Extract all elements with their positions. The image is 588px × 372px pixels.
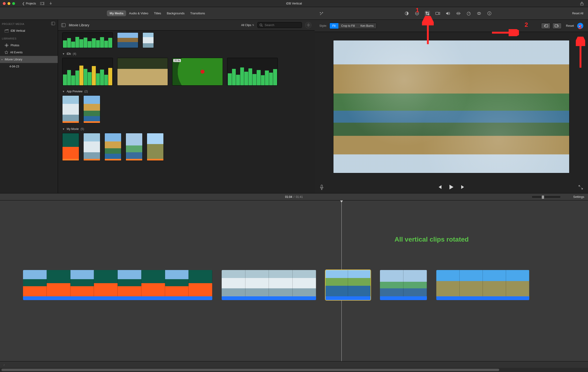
sidebar-item-project[interactable]: iDB Vertical <box>0 27 58 34</box>
sidebar-item-all-events[interactable]: All Events <box>0 49 58 56</box>
apply-crop-button[interactable] <box>577 23 583 29</box>
sidebar-toggle-icon[interactable] <box>61 23 65 27</box>
event-name: App Preview <box>67 90 83 93</box>
clip-thumb[interactable] <box>83 133 100 161</box>
clip-thumb[interactable] <box>62 133 79 161</box>
tab-titles[interactable]: Titles <box>151 10 164 16</box>
clip-audio[interactable] <box>227 58 278 86</box>
clip-thumb-parrot[interactable]: 20.9s <box>172 58 223 86</box>
hide-sidebar-icon[interactable] <box>51 22 55 25</box>
clip-thumb[interactable] <box>117 33 138 48</box>
fullscreen-icon[interactable] <box>579 185 583 189</box>
reset-all-button[interactable]: Reset All <box>572 12 583 15</box>
clip-duration-badge: 20.9s <box>173 59 181 62</box>
clip-filter-icon[interactable] <box>476 11 482 16</box>
clip-thumb[interactable] <box>62 95 79 123</box>
download-icon[interactable] <box>49 2 52 5</box>
voiceover-icon[interactable] <box>320 185 324 190</box>
rotate-cw-button[interactable] <box>552 23 562 29</box>
clip-trim-handle-right[interactable] <box>529 270 530 300</box>
go-to-end-button[interactable] <box>461 185 465 190</box>
sidebar-imovie-library-label: iMovie Library <box>5 58 22 61</box>
tab-transitions[interactable]: Transitions <box>187 10 208 16</box>
sidebar-item-event-date[interactable]: 4-04-23 <box>0 63 58 70</box>
window-controls <box>3 2 15 5</box>
timeline-scrollbar[interactable] <box>0 368 588 372</box>
back-to-projects-button[interactable]: ❮ Projects <box>22 2 36 5</box>
sidebar-event-date-label: 4-04-23 <box>9 65 19 68</box>
event-header-my-movie[interactable]: ▼ My Movie (5) <box>62 127 310 131</box>
rotate-ccw-button[interactable] <box>541 23 550 29</box>
clip-trim-handle-right[interactable] <box>427 270 427 300</box>
clip-trim-handle-left[interactable] <box>325 270 326 300</box>
clip-thumb-cheetah[interactable] <box>117 58 168 86</box>
all-clips-dropdown[interactable]: All Clips ⇅ <box>241 23 254 27</box>
search-input[interactable] <box>264 23 300 27</box>
tab-audio-video[interactable]: Audio & Video <box>126 10 151 16</box>
go-to-start-button[interactable] <box>437 185 442 190</box>
clip-trim-handle-left[interactable] <box>22 270 23 300</box>
timeline-clip-selected[interactable] <box>325 270 371 301</box>
volume-icon[interactable] <box>445 11 451 16</box>
reset-crop-button[interactable]: Reset <box>566 24 574 27</box>
svg-point-10 <box>5 45 6 46</box>
event-header-idb[interactable]: ▼ iDb (4) <box>62 52 310 55</box>
color-balance-icon[interactable] <box>404 11 409 16</box>
timeline-body[interactable]: All vertical clips rotated <box>0 200 588 372</box>
import-media-icon[interactable] <box>40 2 45 5</box>
chevron-down-icon[interactable]: ▾ <box>1 58 3 61</box>
clip-thumb[interactable] <box>143 33 154 48</box>
timeline-audio-row[interactable]: ♪ <box>0 361 588 368</box>
event-header-app-preview[interactable]: ▼ App Preview (2) <box>62 90 310 93</box>
preview-video-frame[interactable] <box>333 40 569 173</box>
style-label: Style: <box>319 24 327 27</box>
crop-style-ken-burns[interactable]: Ken Burns <box>358 23 377 29</box>
clip-audio[interactable] <box>62 58 113 86</box>
crop-icon[interactable] <box>425 11 430 16</box>
sidebar-item-photos[interactable]: Photos <box>0 42 58 49</box>
share-button[interactable] <box>580 1 584 6</box>
noise-reduction-icon[interactable] <box>456 11 461 16</box>
stabilization-icon[interactable] <box>435 11 440 16</box>
clip-thumb[interactable] <box>147 133 164 161</box>
info-icon[interactable] <box>487 11 492 16</box>
zoom-knob[interactable] <box>542 196 544 199</box>
fullscreen-window-button[interactable] <box>12 2 15 5</box>
svg-rect-12 <box>62 23 65 27</box>
timeline-scrollbar-thumb[interactable] <box>1 369 499 371</box>
close-window-button[interactable] <box>3 2 6 5</box>
sidebar-item-imovie-library[interactable]: ▾ iMovie Library <box>0 56 58 63</box>
timeline-clip[interactable] <box>22 270 213 301</box>
clip-trim-handle-left[interactable] <box>379 270 380 300</box>
timeline-clip[interactable] <box>379 270 427 301</box>
tab-my-media[interactable]: My Media <box>107 10 126 16</box>
clip-trim-handle-right[interactable] <box>212 270 213 300</box>
timecode: 01:04/01:41 <box>285 195 303 198</box>
library-settings-gear-icon[interactable] <box>305 22 311 28</box>
clip-thumb[interactable] <box>126 133 143 161</box>
minimize-window-button[interactable] <box>8 2 10 5</box>
crop-style-segment: Fit Crop to Fill Ken Burns <box>329 23 377 29</box>
clip-thumb[interactable] <box>83 95 100 123</box>
crop-style-crop-to-fill[interactable]: Crop to Fill <box>338 23 358 29</box>
color-correction-icon[interactable] <box>414 11 420 16</box>
clip-audio[interactable] <box>62 33 113 48</box>
clip-trim-handle-left[interactable] <box>221 270 222 300</box>
speed-icon[interactable] <box>466 11 471 16</box>
libraries-header: LIBRARIES <box>0 34 58 42</box>
play-button[interactable] <box>449 185 454 190</box>
clip-trim-handle-right[interactable] <box>371 270 371 300</box>
inspector-icon-row <box>404 11 492 16</box>
timeline-settings-button[interactable]: Settings <box>573 195 584 198</box>
tab-backgrounds[interactable]: Backgrounds <box>164 10 187 16</box>
enhance-wand-icon[interactable] <box>319 11 324 16</box>
sidebar: PROJECT MEDIA iDB Vertical LIBRARIES Pho… <box>0 20 58 193</box>
timeline-clip[interactable] <box>436 270 530 301</box>
timeline-clip[interactable] <box>221 270 316 301</box>
clip-trim-handle-left[interactable] <box>436 270 436 300</box>
clip-trim-handle-right[interactable] <box>316 270 316 300</box>
zoom-slider[interactable] <box>532 196 560 198</box>
clip-thumb[interactable] <box>105 133 121 161</box>
chevron-down-icon: ▼ <box>62 128 65 131</box>
crop-style-fit[interactable]: Fit <box>330 23 338 29</box>
